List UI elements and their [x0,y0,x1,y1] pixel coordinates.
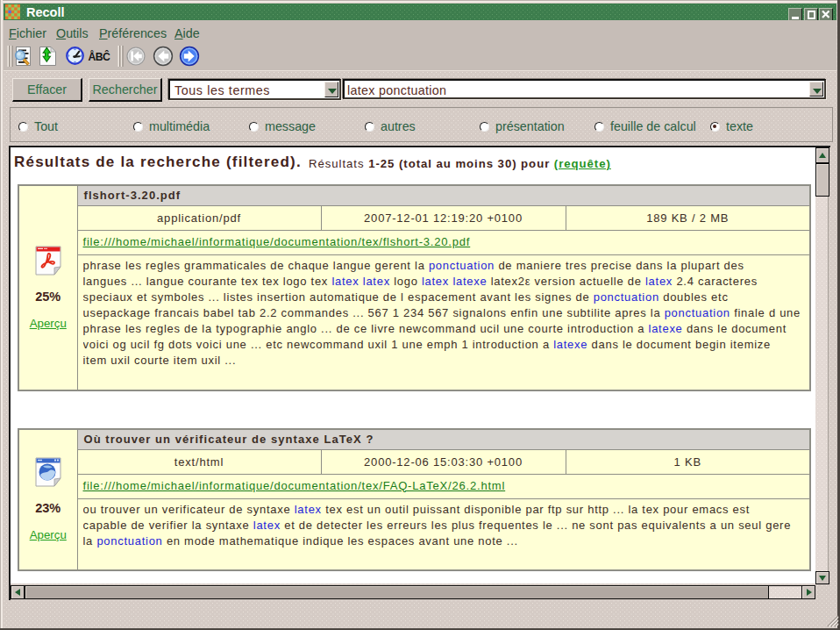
svg-text:ÅBĈ: ÅBĈ [89,50,110,63]
